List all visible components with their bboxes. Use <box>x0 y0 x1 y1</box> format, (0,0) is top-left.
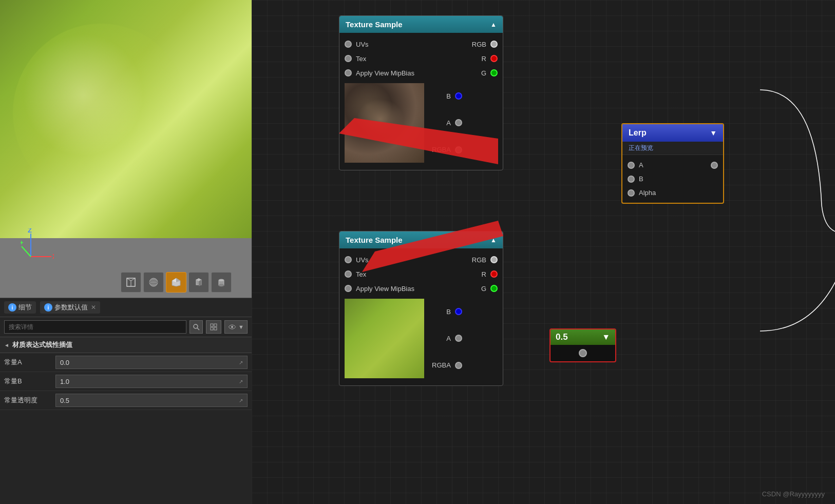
wireframe-view-button[interactable] <box>121 272 141 293</box>
texture-node-1-collapse[interactable]: ▲ <box>490 21 497 28</box>
sphere-view-button[interactable] <box>143 272 164 293</box>
tab-details-label: 细节 <box>18 303 32 312</box>
rgb-output-pin-1[interactable] <box>490 41 498 48</box>
tex-input-pin-1[interactable] <box>345 55 352 62</box>
grid-view-button[interactable] <box>206 320 221 334</box>
grass-texture-visual <box>345 299 424 378</box>
rgb-output-pin-2[interactable] <box>490 256 498 263</box>
visibility-dropdown[interactable]: ▼ <box>224 320 248 334</box>
lerp-a-row: A <box>622 158 723 172</box>
value-node[interactable]: 0.5 ▼ <box>549 328 616 362</box>
g-output-pin-2[interactable] <box>490 285 498 292</box>
value-node-body <box>551 345 615 361</box>
node-graph-canvas[interactable]: Texture Sample ▲ UVs RGB Tex <box>252 0 835 504</box>
texture-sample-node-2[interactable]: Texture Sample ▲ UVs RGB Tex <box>339 231 503 386</box>
3d-viewport[interactable]: Z X + <box>0 0 252 298</box>
lerp-alpha-input[interactable] <box>628 189 635 197</box>
value-output-pin[interactable] <box>579 349 587 357</box>
properties-panel: i 细节 i 参数默认值 ✕ <box>0 298 252 504</box>
node-row-uvs-2: UVs RGB <box>339 253 503 267</box>
property-alpha-value[interactable]: 0.5 ↗ <box>55 394 248 407</box>
svg-rect-26 <box>214 327 217 330</box>
info-icon-2: i <box>44 303 52 312</box>
node-row-tex-1: Tex R <box>339 51 503 66</box>
node-row-tex-2: Tex R <box>339 267 503 281</box>
solid-view-button[interactable] <box>166 272 186 293</box>
svg-line-4 <box>22 246 31 257</box>
viewport-toolbar[interactable] <box>121 272 232 293</box>
tab-details[interactable]: i 细节 <box>4 301 36 314</box>
grass-texture <box>0 0 252 238</box>
value-node-header: 0.5 ▼ <box>551 329 615 345</box>
grass-texture-thumb <box>345 299 424 378</box>
panel-tab-bar[interactable]: i 细节 i 参数默认值 ✕ <box>0 298 252 317</box>
search-bar[interactable]: ▼ <box>0 317 252 337</box>
property-alpha-label: 常量透明度 <box>4 396 55 405</box>
svg-point-19 <box>219 279 224 281</box>
node-row-mip-1: Apply View MipBias G <box>339 66 503 80</box>
cylinder-button[interactable] <box>211 272 232 293</box>
lerp-a-input[interactable] <box>628 162 635 169</box>
a-row-2: A <box>432 335 462 342</box>
lerp-title: Lerp <box>629 128 647 138</box>
uvs-input-pin-1[interactable] <box>345 41 352 48</box>
right-pins-1: B A RGBA <box>429 80 467 166</box>
tab-params[interactable]: i 参数默认值 ✕ <box>40 301 100 314</box>
search-input[interactable] <box>4 320 186 334</box>
a-output-pin-2[interactable] <box>455 335 462 342</box>
lerp-node[interactable]: Lerp ▼ 正在预览 A B Alpha <box>621 123 724 204</box>
texture-sample-node-1[interactable]: Texture Sample ▲ UVs RGB Tex <box>339 15 503 170</box>
lerp-a-output[interactable] <box>711 162 718 169</box>
svg-rect-25 <box>211 327 213 330</box>
b-row-2: B <box>432 308 462 316</box>
r-output-pin-1[interactable] <box>490 55 498 62</box>
lerp-preview-label: 正在预览 <box>622 142 723 155</box>
rock-texture-thumb <box>345 83 424 163</box>
lerp-alpha-row: Alpha <box>622 186 723 200</box>
a-row-1: A <box>432 119 462 127</box>
r-output-pin-2[interactable] <box>490 270 498 278</box>
tab-close-icon[interactable]: ✕ <box>91 304 96 311</box>
node-row-uvs-1: UVs RGB <box>339 37 503 51</box>
b-output-pin-2[interactable] <box>455 308 462 315</box>
value-dropdown[interactable]: ▼ <box>602 333 610 342</box>
small-cube-button[interactable] <box>188 272 209 293</box>
svg-rect-24 <box>214 324 217 326</box>
tab-params-label: 参数默认值 <box>54 303 88 312</box>
property-constant-b: 常量B 1.0 ↗ <box>0 372 252 391</box>
b-output-pin-1[interactable] <box>455 92 462 100</box>
lerp-collapse[interactable]: ▼ <box>710 129 717 137</box>
uvs-input-pin-2[interactable] <box>345 256 352 263</box>
right-pins-2: B A RGBA <box>429 296 467 381</box>
b-row-1: B <box>432 92 462 100</box>
svg-rect-23 <box>211 324 213 326</box>
tex-input-pin-2[interactable] <box>345 270 352 278</box>
info-icon: i <box>8 303 16 312</box>
svg-point-27 <box>231 326 233 328</box>
section-title: 材质表达式线性插值 <box>0 337 252 353</box>
texture-node-2-body: UVs RGB Tex R Ap <box>339 248 503 385</box>
value-number: 0.5 <box>556 332 568 342</box>
rgba-output-pin-1[interactable] <box>455 146 462 153</box>
property-a-value[interactable]: 0.0 ↗ <box>55 356 248 369</box>
texture-node-1-body: UVs RGB Tex R <box>339 33 503 170</box>
rgba-output-pin-2[interactable] <box>455 362 462 369</box>
rgba-row-2: RGBA <box>432 361 462 369</box>
a-output-pin-1[interactable] <box>455 119 462 126</box>
texture-node-2-title: Texture Sample <box>346 236 403 244</box>
lerp-b-input[interactable] <box>628 176 635 183</box>
property-a-label: 常量A <box>4 358 55 367</box>
property-b-value[interactable]: 1.0 ↗ <box>55 375 248 388</box>
axis-indicator: Z X + <box>10 249 41 280</box>
lerp-body: A B Alpha <box>622 155 723 203</box>
dropdown-arrow: ▼ <box>238 324 244 330</box>
property-b-label: 常量B <box>4 377 55 386</box>
texture-node-2-collapse[interactable]: ▲ <box>490 237 497 244</box>
g-output-pin-1[interactable] <box>490 69 498 76</box>
texture-thumb-area-2: B A RGBA <box>339 296 503 381</box>
search-button[interactable] <box>189 320 203 334</box>
mip-input-pin-2[interactable] <box>345 285 352 292</box>
svg-point-20 <box>219 284 224 286</box>
mip-input-pin-1[interactable] <box>345 69 352 76</box>
rock-texture-visual <box>345 83 424 163</box>
